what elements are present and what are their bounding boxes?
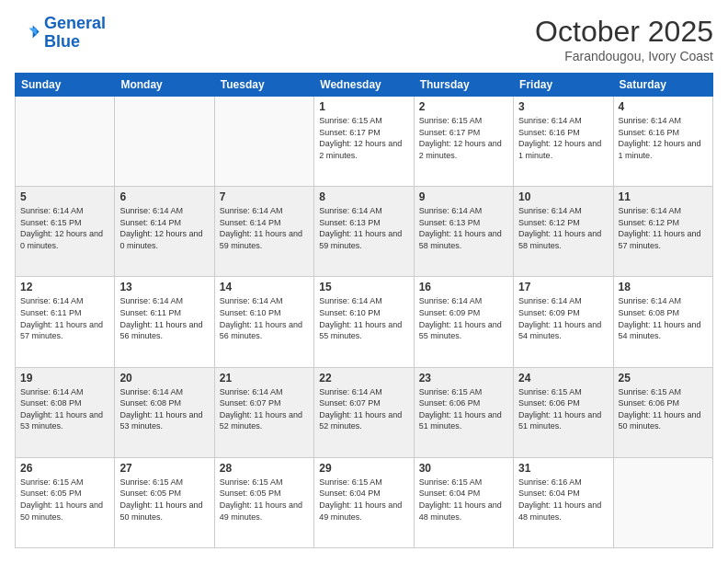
day-number: 31	[518, 462, 608, 475]
day-info: Sunrise: 6:15 AM Sunset: 6:05 PM Dayligh…	[220, 477, 309, 523]
day-number: 9	[419, 190, 508, 203]
calendar-cell: 15Sunrise: 6:14 AM Sunset: 6:10 PM Dayli…	[314, 277, 414, 367]
calendar-cell: 30Sunrise: 6:15 AM Sunset: 6:04 PM Dayli…	[414, 457, 513, 547]
day-info: Sunrise: 6:14 AM Sunset: 6:07 PM Dayligh…	[319, 386, 408, 432]
day-number: 22	[319, 372, 408, 385]
day-info: Sunrise: 6:14 AM Sunset: 6:14 PM Dayligh…	[119, 205, 209, 251]
day-info: Sunrise: 6:15 AM Sunset: 6:06 PM Dayligh…	[619, 386, 708, 432]
calendar-cell	[16, 97, 115, 187]
calendar-cell: 29Sunrise: 6:15 AM Sunset: 6:04 PM Dayli…	[314, 457, 414, 547]
day-info: Sunrise: 6:14 AM Sunset: 6:10 PM Dayligh…	[319, 295, 408, 341]
calendar-cell: 5Sunrise: 6:14 AM Sunset: 6:15 PM Daylig…	[16, 187, 115, 277]
calendar-cell: 20Sunrise: 6:14 AM Sunset: 6:08 PM Dayli…	[115, 367, 214, 457]
calendar-cell	[115, 97, 214, 187]
day-info: Sunrise: 6:14 AM Sunset: 6:08 PM Dayligh…	[20, 386, 109, 432]
calendar-week-row: 12Sunrise: 6:14 AM Sunset: 6:11 PM Dayli…	[16, 277, 713, 367]
day-number: 16	[419, 281, 508, 293]
calendar-cell: 21Sunrise: 6:14 AM Sunset: 6:07 PM Dayli…	[214, 367, 313, 457]
day-info: Sunrise: 6:14 AM Sunset: 6:16 PM Dayligh…	[619, 115, 708, 161]
calendar-cell: 19Sunrise: 6:14 AM Sunset: 6:08 PM Dayli…	[16, 367, 115, 457]
calendar-table: SundayMondayTuesdayWednesdayThursdayFrid…	[15, 73, 713, 548]
day-number: 20	[119, 372, 209, 385]
logo-line1: General	[44, 14, 106, 32]
calendar-cell: 3Sunrise: 6:14 AM Sunset: 6:16 PM Daylig…	[514, 97, 613, 187]
day-number: 18	[619, 281, 708, 293]
calendar-cell: 23Sunrise: 6:15 AM Sunset: 6:06 PM Dayli…	[414, 367, 513, 457]
calendar-cell: 1Sunrise: 6:15 AM Sunset: 6:17 PM Daylig…	[314, 97, 414, 187]
day-number: 7	[220, 190, 309, 203]
day-info: Sunrise: 6:14 AM Sunset: 6:12 PM Dayligh…	[619, 205, 708, 251]
day-info: Sunrise: 6:14 AM Sunset: 6:11 PM Dayligh…	[20, 295, 109, 341]
day-number: 12	[20, 281, 109, 293]
day-number: 4	[619, 100, 708, 113]
day-number: 14	[220, 281, 309, 293]
day-number: 2	[419, 100, 508, 113]
calendar-cell: 12Sunrise: 6:14 AM Sunset: 6:11 PM Dayli…	[16, 277, 115, 367]
day-info: Sunrise: 6:15 AM Sunset: 6:17 PM Dayligh…	[319, 115, 408, 161]
logo-icon	[15, 20, 40, 46]
calendar-week-row: 26Sunrise: 6:15 AM Sunset: 6:05 PM Dayli…	[16, 457, 713, 547]
day-number: 27	[119, 462, 209, 475]
calendar-day-header: Sunday	[16, 74, 115, 97]
day-info: Sunrise: 6:14 AM Sunset: 6:09 PM Dayligh…	[518, 295, 608, 341]
day-number: 10	[518, 190, 608, 203]
calendar-cell: 25Sunrise: 6:15 AM Sunset: 6:06 PM Dayli…	[613, 367, 712, 457]
calendar-day-header: Tuesday	[214, 74, 313, 97]
day-number: 21	[220, 372, 309, 385]
day-info: Sunrise: 6:14 AM Sunset: 6:11 PM Dayligh…	[119, 295, 209, 341]
day-info: Sunrise: 6:14 AM Sunset: 6:13 PM Dayligh…	[419, 205, 508, 251]
header: General Blue October 2025 Farandougou, I…	[15, 15, 713, 63]
calendar-cell: 2Sunrise: 6:15 AM Sunset: 6:17 PM Daylig…	[414, 97, 513, 187]
day-number: 8	[319, 190, 408, 203]
logo-text: General Blue	[44, 15, 106, 52]
calendar-cell: 8Sunrise: 6:14 AM Sunset: 6:13 PM Daylig…	[314, 187, 414, 277]
calendar-day-header: Friday	[514, 74, 613, 97]
calendar-cell: 14Sunrise: 6:14 AM Sunset: 6:10 PM Dayli…	[214, 277, 313, 367]
day-info: Sunrise: 6:15 AM Sunset: 6:04 PM Dayligh…	[319, 477, 408, 523]
calendar-cell: 22Sunrise: 6:14 AM Sunset: 6:07 PM Dayli…	[314, 367, 414, 457]
day-info: Sunrise: 6:14 AM Sunset: 6:08 PM Dayligh…	[619, 295, 708, 341]
page: General Blue October 2025 Farandougou, I…	[0, 0, 728, 563]
day-number: 5	[20, 190, 109, 203]
calendar-cell: 4Sunrise: 6:14 AM Sunset: 6:16 PM Daylig…	[613, 97, 712, 187]
svg-marker-1	[28, 28, 36, 35]
calendar-cell	[214, 97, 313, 187]
day-info: Sunrise: 6:14 AM Sunset: 6:10 PM Dayligh…	[220, 295, 309, 341]
calendar-day-header: Thursday	[414, 74, 513, 97]
calendar-day-header: Saturday	[613, 74, 712, 97]
day-info: Sunrise: 6:14 AM Sunset: 6:07 PM Dayligh…	[220, 386, 309, 432]
day-number: 19	[20, 372, 109, 385]
day-number: 23	[419, 372, 508, 385]
day-info: Sunrise: 6:16 AM Sunset: 6:04 PM Dayligh…	[518, 477, 608, 523]
title-block: October 2025 Farandougou, Ivory Coast	[535, 15, 713, 63]
location: Farandougou, Ivory Coast	[535, 49, 713, 63]
calendar-week-row: 1Sunrise: 6:15 AM Sunset: 6:17 PM Daylig…	[16, 97, 713, 187]
day-number: 24	[518, 372, 608, 385]
day-number: 13	[119, 281, 209, 293]
calendar-cell: 11Sunrise: 6:14 AM Sunset: 6:12 PM Dayli…	[613, 187, 712, 277]
day-number: 26	[20, 462, 109, 475]
logo: General Blue	[15, 15, 106, 52]
calendar-cell	[613, 457, 712, 547]
day-number: 3	[518, 100, 608, 113]
day-number: 28	[220, 462, 309, 475]
day-info: Sunrise: 6:14 AM Sunset: 6:13 PM Dayligh…	[319, 205, 408, 251]
calendar-header-row: SundayMondayTuesdayWednesdayThursdayFrid…	[16, 74, 713, 97]
calendar-cell: 26Sunrise: 6:15 AM Sunset: 6:05 PM Dayli…	[16, 457, 115, 547]
calendar-cell: 10Sunrise: 6:14 AM Sunset: 6:12 PM Dayli…	[514, 187, 613, 277]
calendar-cell: 31Sunrise: 6:16 AM Sunset: 6:04 PM Dayli…	[514, 457, 613, 547]
day-info: Sunrise: 6:15 AM Sunset: 6:17 PM Dayligh…	[419, 115, 508, 161]
calendar-day-header: Wednesday	[314, 74, 414, 97]
calendar-cell: 27Sunrise: 6:15 AM Sunset: 6:05 PM Dayli…	[115, 457, 214, 547]
calendar-week-row: 5Sunrise: 6:14 AM Sunset: 6:15 PM Daylig…	[16, 187, 713, 277]
calendar-cell: 17Sunrise: 6:14 AM Sunset: 6:09 PM Dayli…	[514, 277, 613, 367]
day-info: Sunrise: 6:14 AM Sunset: 6:08 PM Dayligh…	[119, 386, 209, 432]
day-info: Sunrise: 6:14 AM Sunset: 6:09 PM Dayligh…	[419, 295, 508, 341]
month-title: October 2025	[535, 15, 713, 49]
day-info: Sunrise: 6:15 AM Sunset: 6:04 PM Dayligh…	[419, 477, 508, 523]
day-info: Sunrise: 6:14 AM Sunset: 6:14 PM Dayligh…	[220, 205, 309, 251]
calendar-cell: 9Sunrise: 6:14 AM Sunset: 6:13 PM Daylig…	[414, 187, 513, 277]
day-number: 17	[518, 281, 608, 293]
calendar-day-header: Monday	[115, 74, 214, 97]
calendar-cell: 28Sunrise: 6:15 AM Sunset: 6:05 PM Dayli…	[214, 457, 313, 547]
